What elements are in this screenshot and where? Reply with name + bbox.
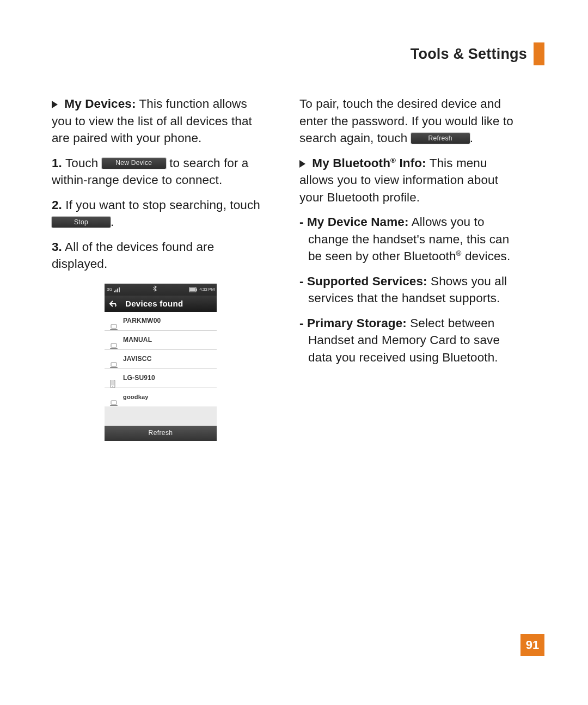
svg-rect-3 [119, 287, 120, 292]
svg-rect-9 [111, 344, 117, 347]
primary-storage-item: - Primary Storage: Select between Handse… [299, 315, 517, 366]
svg-rect-14 [111, 381, 114, 385]
header-accent-block [534, 42, 544, 65]
bt-info-paragraph: My Bluetooth® Info: This menu allows you… [299, 155, 517, 206]
step-2-pre: If you want to stop searching, touch [62, 198, 260, 212]
device-row[interactable]: MANUAL [105, 331, 217, 350]
step-1: 1. Touch New Device to search for a with… [52, 155, 270, 189]
signal-icon [114, 287, 121, 292]
page-number: 91 [520, 634, 544, 656]
bluetooth-icon [153, 285, 157, 293]
refresh-inline-button[interactable]: Refresh [411, 133, 470, 144]
devices-found-title: Devices found [125, 298, 183, 309]
triangle-bullet-icon [299, 160, 305, 168]
svg-rect-2 [117, 289, 118, 292]
device-name: goodkay [123, 393, 149, 401]
left-column: My Devices: This function allows you to … [52, 95, 270, 441]
svg-point-15 [112, 386, 113, 387]
device-row[interactable]: JAVISCC [105, 350, 217, 369]
refresh-button[interactable]: Refresh [105, 426, 217, 441]
my-device-name-item: - My Device Name: Allows you to change t… [299, 213, 517, 265]
dash-icon: - [299, 274, 307, 288]
bt-info-label-b: Info: [396, 156, 426, 170]
back-icon[interactable] [108, 298, 120, 310]
svg-rect-8 [110, 329, 118, 330]
device-name-tail: devices. [462, 249, 511, 263]
content-columns: My Devices: This function allows you to … [52, 95, 544, 441]
device-list: PARKMW00MANUALJAVISCCLG-SU910goodkayRefr… [105, 312, 217, 441]
registered-icon: ® [390, 156, 396, 164]
page-title: Tools & Settings [411, 46, 527, 63]
svg-rect-1 [115, 290, 117, 292]
svg-rect-12 [110, 367, 118, 368]
triangle-bullet-icon [52, 101, 58, 108]
my-devices-label: My Devices: [64, 97, 136, 111]
device-name: MANUAL [123, 335, 152, 345]
list-spacer [105, 407, 217, 426]
laptop-icon [110, 318, 118, 324]
step-2-post: . [111, 215, 114, 229]
dash-icon: - [299, 316, 307, 330]
step-1-pre: Touch [62, 156, 102, 170]
dash-icon: - [299, 215, 307, 229]
svg-rect-10 [110, 348, 118, 349]
svg-rect-0 [114, 291, 115, 292]
phone-titlebar: Devices found [105, 296, 217, 312]
device-name-label: My Device Name: [307, 215, 409, 229]
svg-rect-11 [111, 363, 117, 366]
registered-icon: ® [456, 249, 462, 258]
right-column: To pair, touch the desired device and en… [299, 95, 517, 441]
svg-rect-17 [110, 405, 118, 406]
page-header: Tools & Settings [411, 42, 544, 65]
svg-rect-16 [111, 401, 117, 404]
status-left: 3G [107, 286, 121, 292]
status-right: 4:33 PM [189, 286, 215, 292]
pair-post: . [470, 131, 473, 145]
pair-pre: To pair, touch the desired device and en… [299, 97, 513, 145]
step-2: 2. If you want to stop searching, touch … [52, 197, 270, 231]
laptop-icon [110, 356, 118, 363]
laptop-icon [110, 337, 118, 344]
step-2-number: 2. [52, 198, 62, 212]
svg-rect-6 [196, 289, 197, 291]
status-time: 4:33 PM [199, 286, 215, 292]
bt-info-label-a: My Bluetooth [312, 156, 390, 170]
phone-screenshot: 3G 4:33 PM Devices found [105, 284, 217, 441]
step-1-number: 1. [52, 156, 62, 170]
manual-page: Tools & Settings My Devices: This functi… [0, 0, 588, 705]
laptop-icon [110, 394, 118, 401]
pair-paragraph: To pair, touch the desired device and en… [299, 95, 517, 147]
phone-icon [110, 375, 118, 382]
device-name: LG-SU910 [123, 373, 155, 383]
step-3: 3. All of the devices found are displaye… [52, 238, 270, 273]
my-devices-paragraph: My Devices: This function allows you to … [52, 95, 270, 147]
device-name: PARKMW00 [123, 316, 161, 326]
svg-rect-5 [189, 288, 195, 291]
new-device-button[interactable]: New Device [102, 158, 166, 169]
services-label: Supported Services: [307, 274, 427, 288]
network-icon: 3G [107, 286, 112, 292]
phone-statusbar: 3G 4:33 PM [105, 284, 217, 296]
device-name: JAVISCC [123, 354, 152, 364]
step-3-text: All of the devices found are displayed. [52, 240, 214, 271]
device-row[interactable]: PARKMW00 [105, 312, 217, 331]
stop-button[interactable]: Stop [52, 217, 111, 228]
svg-rect-7 [111, 324, 117, 328]
device-row[interactable]: LG-SU910 [105, 369, 217, 388]
step-3-number: 3. [52, 240, 62, 254]
battery-icon [189, 287, 198, 292]
supported-services-item: - Supported Services: Shows you all serv… [299, 273, 517, 307]
storage-label: Primary Storage: [307, 316, 407, 330]
device-row[interactable]: goodkay [105, 388, 217, 407]
